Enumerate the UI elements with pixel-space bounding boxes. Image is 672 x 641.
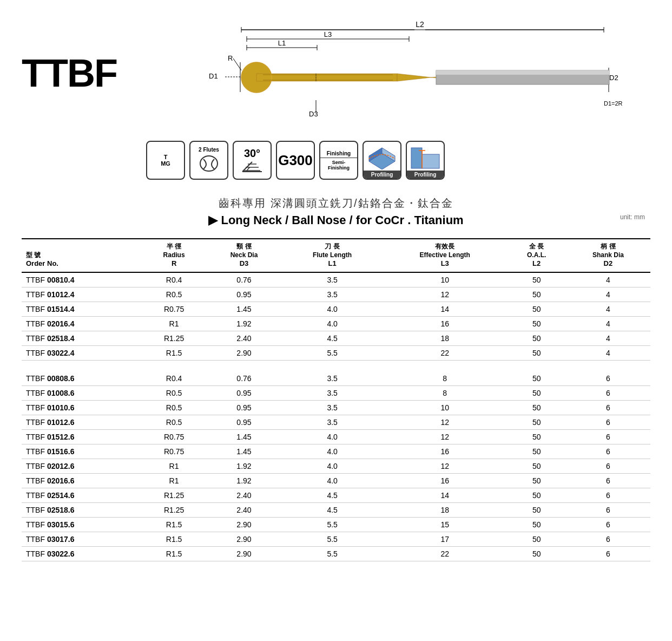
cell-radius: R0.75 (142, 302, 206, 317)
cell-flute-len: 5.5 (282, 547, 383, 561)
top-section: TTBF L2 L3 L1 (22, 16, 650, 130)
cell-oal: 50 (508, 444, 566, 459)
tool-diagram-svg: L2 L3 L1 R D1 (146, 16, 650, 125)
cell-order-no: TTBF 00808.6 (22, 371, 142, 386)
th-shank-cn: 柄 徑 (570, 243, 646, 251)
table-row: TTBF 02514.6R1.252.404.514506 (22, 488, 650, 503)
badge-flutes: 2 Flutes (189, 141, 228, 180)
cell-eff-len: 18 (383, 331, 508, 346)
cell-flute-len: 4.5 (282, 331, 383, 346)
cell-radius: R0.5 (142, 287, 206, 302)
svg-text:L3: L3 (324, 30, 332, 38)
cell-radius: R0.75 (142, 444, 206, 459)
svg-rect-43 (422, 154, 439, 168)
cell-neck-dia: 2.90 (206, 532, 282, 547)
cell-shank-dia: 6 (566, 474, 650, 488)
svg-rect-28 (436, 70, 609, 75)
cell-order-no: TTBF 01008.6 (22, 386, 142, 401)
cell-eff-len: 8 (383, 386, 508, 401)
cell-shank-dia: 6 (566, 503, 650, 518)
th-radius: 半 徑 Radius R (142, 239, 206, 272)
cell-eff-len: 10 (383, 272, 508, 287)
cell-radius: R0.4 (142, 371, 206, 386)
cell-flute-len: 3.5 (282, 371, 383, 386)
th-oal-sub: L2 (512, 259, 562, 269)
english-title: ▶ Long Neck / Ball Nose / for CoCr . Tit… (208, 213, 463, 227)
cell-flute-len: 5.5 (282, 532, 383, 547)
badge-profiling-1: Profiling (363, 141, 401, 180)
cell-radius: R0.5 (142, 386, 206, 401)
cell-shank-dia: 6 (566, 430, 650, 444)
th-shank-en: Shank Dia (570, 251, 646, 260)
table-row: TTBF 01516.6R0.751.454.016506 (22, 444, 650, 459)
badge-mg-top: T (164, 154, 168, 160)
cell-order-no: TTBF 00810.4 (22, 272, 142, 287)
cell-eff-len: 22 (383, 346, 508, 361)
cell-oal: 50 (508, 474, 566, 488)
cell-eff-len: 12 (383, 430, 508, 444)
th-shank-sub: D2 (570, 259, 646, 269)
cell-radius: R0.4 (142, 272, 206, 287)
cell-shank-dia: 4 (566, 272, 650, 287)
badge-mg: T MG (146, 141, 185, 180)
badge-finishing-label: Finishing (320, 151, 357, 158)
svg-text:L2: L2 (416, 20, 424, 29)
cell-flute-len: 4.5 (282, 503, 383, 518)
cell-oal: 50 (508, 401, 566, 415)
svg-text:D1=2R: D1=2R (604, 100, 623, 107)
cell-oal: 50 (508, 272, 566, 287)
cell-neck-dia: 2.90 (206, 518, 282, 532)
cell-flute-len: 4.0 (282, 474, 383, 488)
table-row: TTBF 03015.6R1.52.905.515506 (22, 518, 650, 532)
cell-order-no: TTBF 02514.6 (22, 488, 142, 503)
cell-shank-dia: 6 (566, 415, 650, 430)
badge-finishing: Finishing Semi-Finishing (319, 141, 358, 180)
badge-semi-finishing-label: Semi-Finishing (328, 160, 350, 171)
cell-oal: 50 (508, 459, 566, 474)
cell-eff-len: 12 (383, 459, 508, 474)
th-neck-cn: 頸 徑 (210, 243, 278, 251)
table-row: TTBF 01512.6R0.751.454.012506 (22, 430, 650, 444)
cell-order-no: TTBF 03017.6 (22, 532, 142, 547)
cell-neck-dia: 0.95 (206, 287, 282, 302)
th-neck-sub: D3 (210, 259, 278, 269)
badge-profiling-2: Profiling (406, 141, 445, 180)
cell-order-no: TTBF 01010.6 (22, 401, 142, 415)
badge-flutes-icon (198, 154, 220, 174)
cell-eff-len: 16 (383, 444, 508, 459)
cell-flute-len: 4.0 (282, 317, 383, 331)
cell-radius: R1.5 (142, 518, 206, 532)
cell-shank-dia: 6 (566, 488, 650, 503)
cell-oal: 50 (508, 488, 566, 503)
cell-shank-dia: 6 (566, 386, 650, 401)
th-neck-en: Neck Dia (210, 251, 278, 260)
table-row: TTBF 01010.6R0.50.953.510506 (22, 401, 650, 415)
table-row: TTBF 02016.6R11.924.016506 (22, 474, 650, 488)
table-row: TTBF 01012.4R0.50.953.512504 (22, 287, 650, 302)
cell-flute-len: 5.5 (282, 518, 383, 532)
th-eff-cn: 有效長 (387, 243, 503, 251)
th-eff-len: 有效長 Effective Length L3 (383, 239, 508, 272)
cell-order-no: TTBF 02012.6 (22, 459, 142, 474)
title-section: 齒科專用 深溝圓頭立銑刀/鈷鉻合金・鈦合金 ▶ Long Neck / Ball… (22, 196, 650, 227)
cell-radius: R0.5 (142, 401, 206, 415)
th-radius-sub: R (147, 259, 202, 269)
cell-shank-dia: 4 (566, 346, 650, 361)
cell-eff-len: 14 (383, 302, 508, 317)
table-row: TTBF 02012.6R11.924.012506 (22, 459, 650, 474)
svg-text:L1: L1 (278, 39, 286, 47)
th-neck-dia: 頸 徑 Neck Dia D3 (206, 239, 282, 272)
svg-text:D1: D1 (209, 72, 218, 80)
cell-radius: R1.25 (142, 331, 206, 346)
cell-order-no: TTBF 01012.6 (22, 415, 142, 430)
cell-eff-len: 12 (383, 415, 508, 430)
table-row: TTBF 02518.6R1.252.404.518506 (22, 503, 650, 518)
cell-order-no: TTBF 02016.4 (22, 317, 142, 331)
cell-flute-len: 3.5 (282, 272, 383, 287)
cell-order-no: TTBF 01512.6 (22, 430, 142, 444)
table-row: TTBF 01514.4R0.751.454.014504 (22, 302, 650, 317)
table-separator-row (22, 361, 650, 372)
cell-neck-dia: 1.45 (206, 302, 282, 317)
cell-oal: 50 (508, 302, 566, 317)
cell-eff-len: 16 (383, 474, 508, 488)
